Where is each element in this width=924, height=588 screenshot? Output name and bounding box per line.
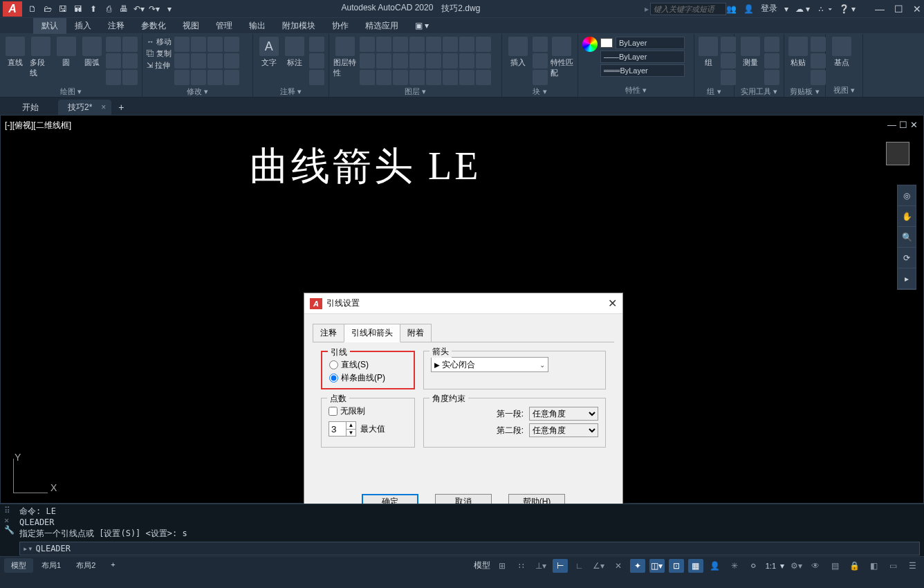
radio-spline-input[interactable] (329, 374, 338, 383)
nav-orbit-icon[interactable]: ⟳ (898, 248, 916, 268)
clean-icon[interactable]: ☰ (905, 559, 920, 573)
ly-13[interactable] (426, 53, 441, 68)
sign-in-icon[interactable]: 👥 (726, 4, 737, 14)
qat-saveas-icon[interactable]: 🖬 (72, 3, 84, 15)
chk-unlimited[interactable]: 无限制 (329, 405, 407, 417)
infer-icon[interactable]: ⊥▾ (533, 559, 548, 573)
annoauto-icon[interactable]: ⭘ (746, 559, 761, 573)
ly-24[interactable] (476, 70, 491, 85)
ly-21[interactable] (426, 70, 441, 85)
mod-sm-5[interactable] (174, 53, 190, 68)
tab-parametric[interactable]: 参数化 (133, 18, 174, 34)
mod-sm-9[interactable] (174, 70, 190, 85)
mon-icon[interactable]: 👁 (808, 559, 823, 573)
iso-plane-icon[interactable]: ◧ (866, 559, 881, 573)
ly-11[interactable] (393, 53, 408, 68)
lock-icon[interactable]: 🔒 (847, 559, 862, 573)
qat-new-icon[interactable]: 🗋 (26, 3, 39, 15)
ly-18[interactable] (376, 70, 391, 85)
btn-move[interactable]: ↔ 移动 (147, 37, 172, 47)
ly-20[interactable] (409, 70, 425, 85)
tab-featured[interactable]: 精选应用 (357, 18, 407, 34)
seg1-dropdown[interactable]: 任意角度 (529, 407, 598, 421)
radio-straight[interactable]: 直线(S) (329, 359, 407, 371)
util-1[interactable] (764, 37, 779, 52)
btn-stretch[interactable]: ⇲ 拉伸 (147, 60, 172, 71)
draw-sm-3[interactable] (106, 53, 121, 68)
clip-3[interactable] (811, 70, 826, 85)
filetab-start[interactable]: 开始 (12, 100, 58, 115)
login-label[interactable]: 登录 (761, 3, 777, 15)
nav-zoom-icon[interactable]: 🔍 (898, 227, 916, 248)
spin-down-icon[interactable]: ▼ (346, 430, 355, 437)
linetype-dropdown[interactable]: ═══ ByLayer (600, 64, 685, 77)
tab-output[interactable]: 输出 (241, 18, 274, 34)
filetab-current[interactable]: 技巧2*× (58, 100, 111, 115)
panel-props-label[interactable]: 特性 ▾ (582, 84, 690, 97)
iso-icon[interactable]: ∠▾ (591, 559, 607, 573)
osnap-icon[interactable]: ✦ (630, 559, 645, 573)
qat-undo-icon[interactable]: ↶▾ (133, 3, 145, 15)
color-wheel-icon[interactable] (582, 37, 598, 52)
panel-view-label[interactable]: 视图 ▾ (830, 84, 858, 97)
minimize-icon[interactable]: — (875, 3, 885, 15)
tab-more-icon[interactable]: ▣ ▾ (407, 19, 437, 33)
mod-sm-12[interactable] (224, 70, 239, 85)
stay-connected-icon[interactable]: ⛬ ▾ (817, 4, 831, 14)
tab-collab[interactable]: 协作 (324, 18, 357, 34)
mod-sm-1[interactable] (174, 37, 190, 52)
util-3[interactable] (764, 70, 779, 85)
btn-arc[interactable]: 圆弧 (80, 37, 103, 68)
mod-sm-7[interactable] (207, 53, 223, 68)
hw-icon[interactable]: ▭ (885, 559, 900, 573)
drawing-area[interactable]: [-][俯视][二维线框] — ☐ ✕ ◎ ✋ 🔍 ⟳ ▸ 曲线箭头 LE Y … (0, 115, 924, 504)
cmd-input[interactable]: ▸▾ QLEADER (19, 542, 920, 555)
btn-copy[interactable]: ⿻ 复制 (147, 48, 172, 59)
panel-group-label[interactable]: 组 ▾ (699, 85, 730, 98)
dialog-titlebar[interactable]: A 引线设置 ✕ (304, 293, 622, 314)
ly-15[interactable] (459, 53, 474, 68)
qat-web-icon[interactable]: ⬆ (87, 3, 100, 15)
btn-block-insert[interactable]: 插入 (506, 37, 530, 68)
btn-polyline[interactable]: 多段线 (30, 37, 53, 78)
mod-sm-3[interactable] (207, 37, 223, 52)
filetab-close-icon[interactable]: × (101, 102, 106, 112)
qat-redo-icon[interactable]: ↷▾ (148, 3, 160, 15)
btn-paste[interactable]: 粘贴 (788, 37, 808, 68)
app-exchange-icon[interactable]: ☁ ▾ (795, 4, 810, 14)
vp-close-icon[interactable]: ✕ (910, 120, 918, 130)
transparency-icon[interactable]: ▦ (688, 559, 703, 573)
ly-17[interactable] (360, 70, 375, 85)
app-logo[interactable]: A (3, 1, 22, 17)
ly-3[interactable] (393, 37, 408, 52)
qp-icon[interactable]: ▤ (827, 559, 842, 573)
annoscale-icon[interactable]: 👤 (708, 559, 723, 573)
ly-8[interactable] (476, 37, 491, 52)
ly-4[interactable] (409, 37, 425, 52)
btn-dimension[interactable]: 标注 (284, 37, 307, 68)
color-swatch[interactable] (600, 38, 613, 48)
login-dd-icon[interactable]: ▾ (784, 4, 788, 14)
vp-min-icon[interactable]: — (887, 120, 896, 130)
qat-open-icon[interactable]: 🗁 (41, 3, 54, 15)
ly-6[interactable] (443, 37, 458, 52)
ortho-icon[interactable]: ⊢ (553, 559, 568, 573)
grp-2[interactable] (721, 53, 736, 68)
panel-modify-label[interactable]: 修改 ▾ (147, 85, 248, 98)
dlgtab-attachment[interactable]: 附着 (400, 324, 432, 342)
snap-icon[interactable]: ∷ (514, 559, 529, 573)
draw-sm-6[interactable] (122, 70, 138, 85)
color-dropdown[interactable]: ByLayer (616, 37, 685, 49)
ly-22[interactable] (443, 70, 458, 85)
search-chevron-icon[interactable]: ▸ (645, 4, 649, 14)
layout-2[interactable]: 布局2 (69, 558, 102, 573)
viewport-label[interactable]: [-][俯视][二维线框] (5, 120, 71, 131)
dlgtab-leader-arrow[interactable]: 引线和箭头 (344, 324, 400, 342)
ly-5[interactable] (426, 37, 441, 52)
layout-add[interactable]: + (104, 558, 122, 573)
mod-sm-2[interactable] (191, 37, 206, 52)
tab-addins[interactable]: 附加模块 (274, 18, 324, 34)
ws-icon[interactable]: ⚙▾ (788, 559, 804, 573)
util-2[interactable] (764, 53, 779, 68)
btn-circle[interactable]: 圆 (55, 37, 78, 68)
